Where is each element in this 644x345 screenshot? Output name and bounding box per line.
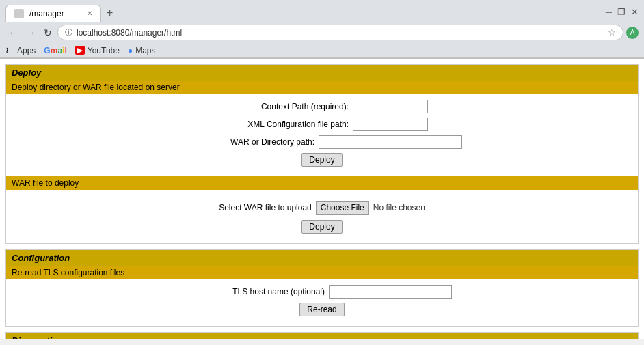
profile-avatar[interactable]: A: [626, 27, 639, 39]
refresh-button[interactable]: ↻: [41, 26, 55, 40]
youtube-icon: ▶: [75, 46, 85, 55]
tls-host-label: TLS host name (optional): [192, 287, 329, 296]
tab-close-button[interactable]: ✕: [87, 10, 92, 17]
bookmark-star-icon[interactable]: ☆: [608, 27, 616, 38]
diag-section-header: Diagnostics: [6, 333, 638, 339]
youtube-label: YouTube: [88, 46, 120, 55]
maps-icon: ●: [128, 46, 133, 55]
page-content: Deploy Deploy directory or WAR file loca…: [0, 59, 644, 339]
minimize-button[interactable]: ─: [606, 7, 612, 17]
deploy-section: Deploy Deploy directory or WAR file loca…: [5, 64, 639, 244]
select-war-label: Select WAR file to upload: [219, 203, 312, 212]
war-dir-input[interactable]: [319, 135, 462, 149]
bookmark-gmail[interactable]: Gmail: [44, 46, 66, 55]
tls-host-input[interactable]: [329, 285, 452, 299]
diag-header-text: Diagnostics: [12, 335, 62, 339]
deploy-server-button[interactable]: Deploy: [301, 153, 342, 167]
deploy-header-text: Deploy: [12, 68, 41, 78]
restore-button[interactable]: ❐: [617, 7, 626, 17]
active-tab[interactable]: /manager ✕: [5, 5, 101, 22]
lock-icon: ⓘ: [65, 27, 72, 38]
tab-title: /manager: [29, 9, 64, 18]
deploy-server-subsection: Deploy directory or WAR file located on …: [6, 81, 638, 94]
context-path-input[interactable]: [353, 100, 428, 113]
nav-bar: ← → ↻ ⓘ localhost:8080/manager/html ☆ A: [0, 22, 644, 43]
context-path-label: Context Path (required):: [216, 102, 353, 111]
address-text: localhost:8080/manager/html: [77, 28, 604, 38]
bookmark-maps[interactable]: ● Maps: [128, 46, 156, 55]
tls-host-row: TLS host name (optional): [12, 285, 632, 299]
address-bar[interactable]: ⓘ localhost:8080/manager/html ☆: [57, 25, 623, 40]
xml-config-input[interactable]: [353, 118, 428, 131]
config-section-header: Configuration: [6, 250, 638, 266]
no-file-text: No file chosen: [373, 203, 425, 212]
deploy-war-btn-row: Deploy: [12, 220, 632, 234]
config-header-text: Configuration: [12, 253, 70, 263]
diagnostics-section: Diagnostics Check to see if a web applic…: [5, 332, 639, 339]
war-dir-row: WAR or Directory path:: [12, 135, 632, 149]
apps-grid-icon: ≀: [5, 45, 9, 55]
maps-label: Maps: [135, 46, 155, 55]
deploy-war-body: Select WAR file to upload Choose File No…: [6, 190, 638, 243]
choose-file-button[interactable]: Choose File: [316, 201, 369, 215]
deploy-section-header: Deploy: [6, 65, 638, 81]
file-upload-row: Select WAR file to upload Choose File No…: [12, 201, 632, 215]
bookmark-youtube[interactable]: ▶ YouTube: [75, 46, 120, 55]
deploy-war-button[interactable]: Deploy: [301, 220, 342, 234]
context-path-row: Context Path (required):: [12, 100, 632, 113]
forward-button[interactable]: →: [23, 26, 38, 40]
deploy-war-subsection: WAR file to deploy: [6, 176, 638, 190]
reread-btn-row: Re-read: [12, 303, 632, 316]
title-bar: /manager ✕ + ─ ❐ ✕: [0, 0, 644, 22]
deploy-server-btn-row: Deploy: [12, 153, 632, 167]
deploy-server-body: Context Path (required): XML Configurati…: [6, 94, 638, 176]
tab-favicon: [14, 9, 24, 18]
xml-config-label: XML Configuration file path:: [216, 120, 353, 129]
apps-label: Apps: [17, 46, 36, 55]
reread-button[interactable]: Re-read: [299, 303, 344, 316]
back-button[interactable]: ←: [5, 26, 21, 40]
browser-chrome: /manager ✕ + ─ ❐ ✕ ← → ↻ ⓘ localhost:808…: [0, 0, 644, 59]
close-button[interactable]: ✕: [631, 7, 639, 17]
gmail-icon: Gmail: [44, 46, 66, 55]
configuration-section: Configuration Re-read TLS configuration …: [5, 249, 639, 327]
bookmarks-bar: ≀ Apps Gmail ▶ YouTube ● Maps: [0, 43, 644, 58]
xml-config-row: XML Configuration file path:: [12, 118, 632, 131]
tls-reread-subsection: Re-read TLS configuration files: [6, 266, 638, 279]
war-dir-label: WAR or Directory path:: [182, 137, 319, 147]
bookmark-apps[interactable]: Apps: [17, 46, 36, 55]
config-body: TLS host name (optional) Re-read: [6, 279, 638, 326]
new-tab-button[interactable]: +: [101, 4, 118, 22]
